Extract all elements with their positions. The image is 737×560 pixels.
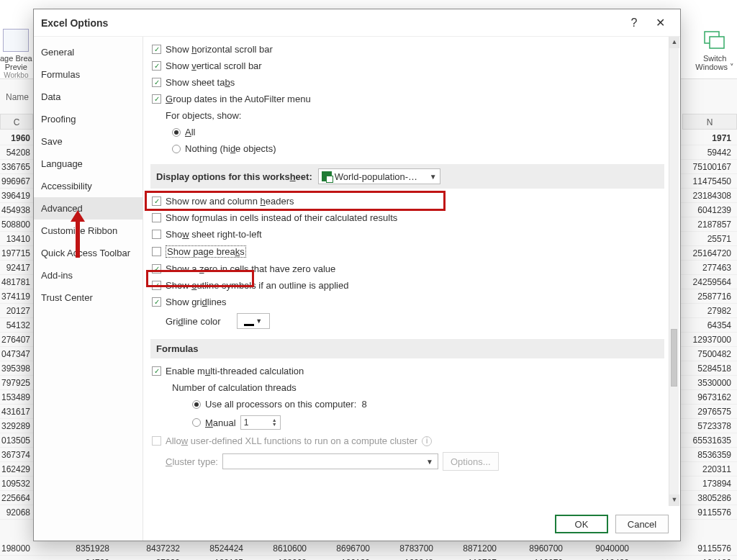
cell[interactable]: 106130 <box>311 556 373 560</box>
cell[interactable]: 64354 <box>679 318 734 333</box>
cell[interactable]: 3530000 <box>679 376 734 390</box>
cell[interactable]: 103069 <box>248 556 309 560</box>
cell[interactable]: 395398 <box>0 361 33 376</box>
nav-item-formulas[interactable]: Formulas <box>34 63 143 86</box>
cell[interactable]: 197715 <box>0 246 33 261</box>
cell[interactable]: 198000 <box>0 541 33 556</box>
cell[interactable]: 109348 <box>374 556 436 560</box>
cell[interactable]: 336765 <box>0 160 33 174</box>
cell[interactable]: 3805286 <box>679 491 734 505</box>
nav-item-quick-access-toolbar[interactable]: Quick Access Toolbar <box>34 242 143 264</box>
nav-item-trust-center[interactable]: Trust Center <box>34 286 143 309</box>
cell[interactable]: 996967 <box>0 174 33 189</box>
show-formulas-option[interactable]: Show formulas in cells instead of their … <box>150 209 664 226</box>
cell[interactable]: 454938 <box>0 203 33 217</box>
cell[interactable]: 374119 <box>0 289 33 304</box>
cell[interactable]: 25571 <box>679 232 734 246</box>
cell[interactable]: 1971 <box>679 131 734 145</box>
cell[interactable]: 5723378 <box>679 419 734 433</box>
cell[interactable]: 8783700 <box>374 541 436 556</box>
cell[interactable]: 5284518 <box>679 361 734 376</box>
group-dates-autofilter-option[interactable]: Group dates in the AutoFilter menu <box>150 91 664 107</box>
cell[interactable]: 508800 <box>0 217 33 232</box>
cell[interactable]: 24259564 <box>679 275 734 289</box>
show-page-breaks-option[interactable]: Show page breaks <box>150 243 664 261</box>
cell[interactable]: 396419 <box>0 189 33 203</box>
worksheet-selector[interactable]: World-population-… ▼ <box>318 168 440 184</box>
gridline-color-picker[interactable]: ▼ <box>237 313 270 329</box>
nav-item-accessibility[interactable]: Accessibility <box>34 175 143 197</box>
cell[interactable]: 97392 <box>121 556 183 560</box>
show-vertical-scrollbar-option[interactable]: Show vertical scroll bar <box>150 58 664 74</box>
manual-threads-spinner[interactable]: 1 ▲▼ <box>240 415 281 430</box>
cell[interactable]: 75100167 <box>679 160 734 174</box>
show-gridlines-option[interactable]: Show gridlines <box>150 294 664 310</box>
cell[interactable]: 9115576 <box>679 541 734 556</box>
nav-item-customize-ribbon[interactable]: Customize Ribbon <box>34 220 143 242</box>
nav-item-general[interactable]: General <box>34 41 143 63</box>
cell[interactable]: 1960 <box>0 131 33 145</box>
cell[interactable]: 013505 <box>0 433 33 448</box>
help-button[interactable]: ? <box>621 12 647 34</box>
cell[interactable]: 173894 <box>679 477 734 491</box>
cell[interactable]: 100165 <box>184 556 246 560</box>
nav-item-add-ins[interactable]: Add-ins <box>34 264 143 286</box>
cell[interactable]: 162429 <box>0 462 33 477</box>
cell[interactable]: 2976575 <box>679 405 734 419</box>
cell[interactable]: 124186 <box>679 556 734 560</box>
ribbon-page-break-preview[interactable]: age Brea Previe Workbo <box>0 29 32 79</box>
cell[interactable]: 8536359 <box>679 448 734 462</box>
show-sheet-tabs-option[interactable]: Show sheet tabs <box>150 74 664 91</box>
cell[interactable]: 431617 <box>0 405 33 419</box>
cell[interactable]: 9673162 <box>679 390 734 405</box>
show-outline-symbols-option[interactable]: Show outline symbols if an outline is ap… <box>150 277 664 294</box>
cell[interactable]: 6041239 <box>679 203 734 217</box>
cell[interactable]: 2187857 <box>679 217 734 232</box>
cell[interactable]: 277463 <box>679 261 734 275</box>
cell[interactable]: 7500482 <box>679 347 734 361</box>
cell[interactable]: 047347 <box>0 347 33 361</box>
cell[interactable]: 54132 <box>0 318 33 333</box>
show-horizontal-scrollbar-option[interactable]: Show horizontal scroll bar <box>150 41 664 58</box>
objects-all-radio[interactable]: All <box>150 124 664 140</box>
show-zero-option[interactable]: Show a zero in cells that have zero valu… <box>150 261 664 277</box>
cell[interactable]: 11475450 <box>679 174 734 189</box>
info-icon[interactable]: i <box>422 436 432 446</box>
cell[interactable]: 13410 <box>0 232 33 246</box>
cell[interactable]: 220311 <box>679 462 734 477</box>
cell[interactable]: 92417 <box>0 261 33 275</box>
nav-item-save[interactable]: Save <box>34 130 143 153</box>
show-sheet-rtl-option[interactable]: Show sheet right-to-left <box>150 226 664 243</box>
cell[interactable]: 94700 <box>50 556 112 560</box>
ok-button[interactable]: OK <box>555 515 608 533</box>
cell[interactable]: 92068 <box>0 505 33 520</box>
content-vertical-scrollbar[interactable]: ▲ ▼ <box>669 37 679 506</box>
cell[interactable]: 9115576 <box>679 505 734 520</box>
all-processors-radio[interactable]: Use all processors on this computer: 8 <box>150 396 664 412</box>
spinner-down-icon[interactable]: ▼ <box>272 423 277 427</box>
cell[interactable]: 8524424 <box>184 541 246 556</box>
column-header-C[interactable]: C <box>0 114 33 130</box>
cell[interactable]: 20127 <box>0 304 33 318</box>
cell[interactable]: 367374 <box>0 448 33 462</box>
name-box[interactable]: Name <box>6 92 32 105</box>
cell[interactable]: 119420 <box>570 556 632 560</box>
nav-item-proofing[interactable]: Proofing <box>34 108 143 130</box>
cell[interactable]: 2587716 <box>679 289 734 304</box>
cell[interactable]: 23184308 <box>679 189 734 203</box>
enable-multithreaded-option[interactable]: Enable multi-threaded calculation <box>150 363 664 379</box>
scrollbar-track[interactable] <box>669 48 679 494</box>
cell[interactable]: 276407 <box>0 333 33 347</box>
cell[interactable]: 109532 <box>0 477 33 491</box>
cancel-button[interactable]: Cancel <box>615 515 669 533</box>
scroll-up-icon[interactable]: ▲ <box>669 37 679 48</box>
cell[interactable]: 8960700 <box>504 541 566 556</box>
cell[interactable]: 225664 <box>0 491 33 505</box>
cell[interactable]: 8437232 <box>121 541 183 556</box>
cell[interactable]: 8351928 <box>50 541 112 556</box>
cell[interactable]: 116076 <box>504 556 566 560</box>
cell[interactable]: 27982 <box>679 304 734 318</box>
cell[interactable]: 8871200 <box>438 541 499 556</box>
show-row-col-headers-option[interactable]: Show row and column headers <box>150 193 664 209</box>
cell[interactable]: 25164720 <box>679 246 734 261</box>
